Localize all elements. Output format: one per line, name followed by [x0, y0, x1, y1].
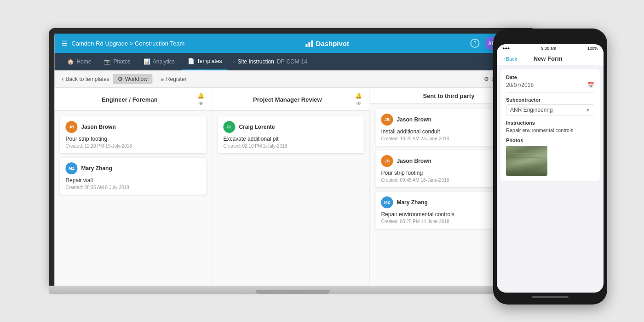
avatar: JB [381, 155, 393, 167]
breadcrumb-site-instruction: Site Instruction [238, 58, 274, 65]
column-header-project-manager: Project Manager Review 🔔 👁 [212, 88, 369, 111]
tab-workflow[interactable]: ⚙ Workflow [113, 74, 152, 84]
analytics-icon: 📊 [144, 58, 150, 65]
phone-time: 9:30 am [541, 46, 556, 51]
breadcrumb: › Site Instruction DP-COM-14 [233, 58, 307, 65]
card-header: JB Jason Brown [65, 121, 201, 133]
card-date: Created: 02:10 PM 2-July-2018 [223, 144, 358, 149]
sidebar-item-templates[interactable]: 📄 Templates [182, 53, 228, 70]
templates-icon: 📄 [188, 58, 195, 64]
card-person-name: Mary Zhang [397, 199, 427, 206]
column-cards-project-manager: CL Craig Lorente Excavate additional pit… [212, 111, 369, 159]
help-button[interactable]: ? [470, 39, 479, 48]
card-person-name: Jason Brown [397, 158, 431, 164]
sidebar-item-home[interactable]: 🏠 Home [62, 53, 97, 70]
avatar: MZ [65, 162, 77, 174]
column-header-engineer-foreman: Engineer / Foreman 🔔 👁 [54, 88, 212, 111]
card-date: Created: 12:20 PM 19-July-2018 [65, 144, 201, 149]
back-chevron-icon: ‹ [62, 76, 63, 82]
avatar: CL [223, 121, 235, 133]
column-title-project-manager: Project Manager Review [219, 96, 355, 103]
subtoolbar-left: ‹ Back to templates ⚙ Workflow ≡ Registe… [62, 74, 191, 84]
column-header-icons: 🔔 👁 [355, 92, 362, 107]
avatar: JB [65, 121, 77, 133]
nav-label-photos: Photos [113, 58, 130, 65]
workflow-tab-label: Workflow [125, 76, 148, 82]
subcontractor-field-label: Subcontractor [506, 97, 594, 103]
card-person-name: Craig Lorente [239, 124, 275, 130]
sidebar-item-photos[interactable]: 📷 Photos [98, 53, 136, 70]
back-label: Back to templates [65, 76, 109, 82]
home-icon: 🏠 [67, 58, 74, 65]
app-topbar: ☰ Camden Rd Upgrade > Construction Team … [54, 34, 531, 53]
phone-back-chevron-icon: ‹ [503, 56, 505, 62]
workflow-tab-icon: ⚙ [118, 76, 123, 82]
breadcrumb-dp-code: DP-COM-14 [277, 58, 307, 65]
menu-icon[interactable]: ☰ [62, 40, 68, 47]
phone-nav: ‹ Back New Form [497, 52, 604, 65]
date-field-label: Date [506, 75, 594, 80]
eye-icon: 👁 [356, 100, 362, 107]
card-task: Excavate additional pit [223, 136, 358, 142]
app-logo-text: Dashpivot [316, 40, 350, 47]
card-date: Created: 08:35 AM 8-July-2018 [65, 185, 201, 190]
workflow-column-project-manager: Project Manager Review 🔔 👁 CL Craig Lore… [212, 88, 370, 286]
topbar-left: ☰ Camden Rd Upgrade > Construction Team [62, 40, 184, 47]
breadcrumb-chevron: › [233, 58, 235, 65]
bell-icon: 🔔 [355, 92, 362, 99]
avatar: JB [381, 114, 393, 126]
register-tab-label: Register [166, 76, 187, 82]
card-person-name: Mary Zhang [81, 165, 112, 172]
date-value-text: 20/07/2018 [506, 82, 534, 88]
back-to-templates-button[interactable]: ‹ Back to templates [62, 76, 109, 82]
nav-label-analytics: Analytics [153, 58, 175, 65]
laptop-screen: ☰ Camden Rd Upgrade > Construction Team … [54, 34, 531, 286]
column-header-icons: 🔔 👁 [197, 92, 204, 107]
calendar-icon[interactable]: 📅 [587, 82, 594, 88]
dropdown-chevron-icon: ▼ [586, 108, 590, 113]
phone-signal: ●●● [502, 46, 510, 51]
laptop-screen-border: ☰ Camden Rd Upgrade > Construction Team … [49, 28, 536, 286]
phone-form: Date 20/07/2018 📅 Subcontractor ANR Engi… [500, 69, 600, 181]
card-header: MZ Mary Zhang [65, 162, 201, 174]
nav-label-home: Home [76, 58, 91, 65]
table-row[interactable]: JB Jason Brown Pour strip footing Create… [60, 116, 206, 153]
laptop-base [49, 286, 536, 294]
subcontractor-select[interactable]: ANR Engineering ▼ [506, 104, 594, 115]
instructions-field-label: Instructions [506, 120, 594, 126]
nav-label-templates: Templates [197, 58, 222, 64]
instructions-field-value: Repair environmental controls [506, 127, 594, 133]
camera-icon: 📷 [104, 58, 111, 65]
app-navbar: 🏠 Home 📷 Photos 📊 Analytics 📄 Templates [54, 53, 531, 70]
card-person-name: Jason Brown [397, 116, 431, 123]
subcontractor-value-text: ANR Engineering [510, 107, 553, 113]
sidebar-item-analytics[interactable]: 📊 Analytics [138, 53, 180, 70]
avatar: MZ [381, 196, 393, 208]
card-task: Repair wall [65, 177, 201, 184]
topbar-center: Dashpivot [306, 40, 350, 47]
app-subtoolbar: ‹ Back to templates ⚙ Workflow ≡ Registe… [54, 70, 531, 88]
phone-form-title: New Form [534, 55, 563, 62]
phone-battery: 100% [587, 46, 598, 51]
gear-icon: ⚙ [484, 76, 489, 82]
tab-register[interactable]: ≡ Register [156, 74, 191, 84]
topbar-breadcrumb: Camden Rd Upgrade > Construction Team [71, 40, 184, 47]
date-field-value: 20/07/2018 📅 [506, 82, 594, 92]
laptop: ☰ Camden Rd Upgrade > Construction Team … [49, 28, 536, 294]
phone-screen: ●●● 9:30 am 100% ‹ Back New Form Date 20… [497, 44, 604, 293]
card-person-name: Jason Brown [81, 124, 115, 130]
photo-thumbnail [506, 146, 547, 176]
scene: ☰ Camden Rd Upgrade > Construction Team … [0, 0, 644, 322]
phone-back-button[interactable]: ‹ Back [503, 56, 517, 62]
phone-back-label: Back [506, 56, 517, 62]
table-row[interactable]: CL Craig Lorente Excavate additional pit… [218, 116, 364, 153]
table-row[interactable]: MZ Mary Zhang Repair wall Created: 08:35… [60, 158, 206, 195]
phone-notch [532, 35, 569, 41]
bell-icon: 🔔 [197, 92, 204, 99]
workflow-area: Engineer / Foreman 🔔 👁 JB Jason Brown [54, 88, 531, 286]
phone-home-indicator[interactable] [532, 296, 569, 298]
column-title-engineer-foreman: Engineer / Foreman [62, 96, 197, 103]
phone-status-bar: ●●● 9:30 am 100% [497, 44, 604, 52]
column-cards-engineer-foreman: JB Jason Brown Pour strip footing Create… [54, 111, 212, 200]
mobile-phone: ●●● 9:30 am 100% ‹ Back New Form Date 20… [493, 29, 607, 305]
